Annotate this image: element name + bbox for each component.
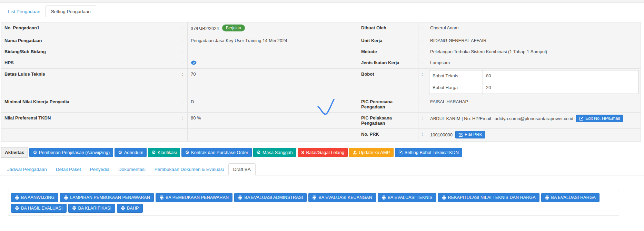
status-badge: Berjalan <box>222 25 245 31</box>
value-minimal-nilai-kinerja: D <box>188 96 358 113</box>
colon: : <box>179 46 188 57</box>
print-icon <box>15 195 19 200</box>
tab-jadwal-pengadaan[interactable]: Jadwal Pengadaan <box>3 164 51 175</box>
label-pic-pelaksana: PIC Pelaksana Pengadaan <box>358 113 418 129</box>
bahp-print-button[interactable]: BAHP <box>117 204 142 213</box>
print-icon <box>312 195 317 200</box>
masa-sanggah-button[interactable]: ⚙Masa Sanggah <box>253 148 296 157</box>
button-label: Setting Bobot Teknis/TKDN <box>405 150 459 155</box>
tab-dokumentasi[interactable]: Dokumentasi <box>114 164 150 175</box>
button-label: Update ke AMP <box>359 150 390 155</box>
ba-evaluasi-teknis-print-button[interactable]: BA EVALUASI TEKNIS <box>378 193 436 202</box>
colon: : <box>179 96 188 113</box>
button-label: Pemberian Penjelasan (Aanwijzing) <box>39 150 110 155</box>
colon: : <box>418 129 427 142</box>
button-label: Batal/Gagal Lelang <box>306 150 345 155</box>
print-icon <box>159 195 164 200</box>
gears-icon: ⚙ <box>257 150 261 155</box>
secondary-tab-bar: Jadwal Pengadaan Detail Paket Penyedia D… <box>0 164 644 175</box>
edit-hp-email-button[interactable]: Edit No. HP/Email <box>576 115 623 122</box>
tab-penyedia[interactable]: Penyedia <box>86 164 114 175</box>
setting-bobot-button[interactable]: Setting Bobot Teknis/TKDN <box>395 148 462 157</box>
procurement-setting-page: { "primary_tabs": { "items": ["List Peng… <box>0 0 644 231</box>
button-label: LAMPIRAN PEMBUKAAN PENAWARAN <box>70 195 150 200</box>
edit-prk-label: Edit PRK <box>465 132 482 137</box>
klarifikasi-button[interactable]: ⚙Klarifikasi <box>148 148 180 157</box>
label-pic-perencana: PIC Perencana Pengadaan <box>358 96 418 113</box>
label-no-prk: No. PRK <box>358 129 418 142</box>
value-nama-pengadaan: Pengadaan Jasa Key User Training 14 Mei … <box>188 35 358 46</box>
pic-pelaksana-text: ABDUL KARIM | No. HP/Email : adidya.sumo… <box>430 116 573 121</box>
ba-pembukaan-print-button[interactable]: BA PEMBUKAAN PENAWARAN <box>156 193 232 202</box>
tab-pembukaan-dokumen[interactable]: Pembukaan Dokumen & Evaluasi <box>150 164 228 175</box>
bobot-teknis-label: Bobot Teknis <box>429 70 483 82</box>
colon: : <box>418 22 427 35</box>
value-hps <box>188 57 358 69</box>
table-row: Minimal Nilai Kinerja Penyedia : D PIC P… <box>1 96 641 113</box>
gears-icon: ⚙ <box>33 150 37 155</box>
colon: : <box>179 35 188 46</box>
ba-evaluasi-keuangan-print-button[interactable]: BA EVALUASI KEUANGAN <box>308 193 376 202</box>
kontrak-po-button[interactable]: ⚙Kontrak dan Purchase Order <box>181 148 251 157</box>
colon: : <box>418 35 427 46</box>
label-dibuat-oleh: Dibuat Oleh <box>358 22 418 35</box>
button-label: BA EVALUASI ADMINSTRASI <box>244 195 303 200</box>
label-bobot: Bobot <box>358 69 418 96</box>
button-label: BA HASIL EVALUASI <box>21 206 63 211</box>
gears-icon: ⚙ <box>151 150 156 155</box>
bobot-harga-value: 20 <box>483 82 638 94</box>
edit-prk-button[interactable]: Edit PRK <box>455 131 485 138</box>
colon-empty <box>179 129 188 142</box>
tab-detail-paket[interactable]: Detail Paket <box>51 164 86 175</box>
table-row: Batas Lulus Teknis : 70 Bobot : Bobot Te… <box>1 69 641 96</box>
ba-evaluasi-adminstrasi-print-button[interactable]: BA EVALUASI ADMINSTRASI <box>234 193 307 202</box>
bobot-teknis-value: 80 <box>483 70 638 82</box>
value-pic-perencana: FAISAL HARAHAP <box>427 96 641 113</box>
print-icon <box>15 206 19 211</box>
bobot-harga-label: Bobot Harga <box>429 82 483 94</box>
no-prk-text: 100100000 <box>430 132 453 137</box>
table-row: Nama Pengadaan : Pengadaan Jasa Key User… <box>1 35 641 46</box>
label-nama-pengadaan: Nama Pengadaan <box>1 35 179 46</box>
update-amp-button[interactable]: Update ke AMP <box>349 148 393 157</box>
ba-aanwijzing-print-button[interactable]: BA AANWIJZING <box>11 193 58 202</box>
x-icon: ✖ <box>301 151 305 155</box>
primary-tab-bar: List Pengadaan Setting Pengadaan <box>3 6 644 17</box>
colon: : <box>179 22 188 35</box>
rekapitulasi-print-button[interactable]: REKAPITULASI NILAI TEKNIS DAN HARGA <box>438 193 539 202</box>
tab-draft-ba[interactable]: Draft BA <box>228 163 256 175</box>
lampiran-pembukaan-print-button[interactable]: LAMPIRAN PEMBUKAAN PENAWARAN <box>60 193 154 202</box>
tab-setting-pengadaan[interactable]: Setting Pengadaan <box>46 6 96 17</box>
print-icon <box>545 195 549 200</box>
label-metode: Metode <box>358 46 418 57</box>
colon: : <box>418 57 427 69</box>
value-metode: Pelelangan Terbuka Sistem Kombinasi (1 T… <box>427 46 641 57</box>
value-empty <box>188 129 358 142</box>
button-label: BA EVALUASI KEUANGAN <box>318 195 372 200</box>
button-label: BA EVALUASI HARGA <box>551 195 596 200</box>
label-batas-lulus-teknis: Batas Lulus Teknis <box>1 69 179 96</box>
aanwijzing-button[interactable]: ⚙Pemberian Penjelasan (Aanwijzing) <box>29 148 113 157</box>
table-row: Nilai Preferensi TKDN : 80 % PIC Pelaksa… <box>1 113 641 129</box>
label-bidang: Bidang/Sub Bidang <box>1 46 179 57</box>
button-label: Klarifikasi <box>158 150 177 155</box>
button-label: Kontrak dan Purchase Order <box>191 150 248 155</box>
ba-hasil-evaluasi-print-button[interactable]: BA HASIL EVALUASI <box>11 204 67 213</box>
button-label: BAHP <box>127 206 139 211</box>
ba-evaluasi-harga-print-button[interactable]: BA EVALUASI HARGA <box>541 193 600 202</box>
ba-klarifikasi-print-button[interactable]: BA KLARIFIKASI <box>68 204 116 213</box>
aktivitas-bar: Aktivitas ⚙Pemberian Penjelasan (Aanwijz… <box>1 147 644 158</box>
print-icon <box>64 195 68 200</box>
value-bobot: Bobot Teknis 80 Bobot Harga 20 <box>427 69 641 96</box>
adendum-button[interactable]: ⚙Adendum <box>115 148 147 157</box>
value-nilai-preferensi-tkdn: 80 % <box>188 113 358 129</box>
tab-list-pengadaan[interactable]: List Pengadaan <box>3 6 46 17</box>
label-jenis-ikatan-kerja: Jenis Ikatan Kerja <box>358 57 418 69</box>
button-label: BA AANWIJZING <box>21 195 55 200</box>
batal-lelang-button[interactable]: ✖Batal/Gagal Lelang <box>298 148 348 157</box>
value-pic-pelaksana: ABDUL KARIM | No. HP/Email : adidya.sumo… <box>427 113 641 129</box>
colon: : <box>179 113 188 129</box>
eye-icon[interactable] <box>191 60 197 65</box>
colon: : <box>418 113 427 129</box>
colon: : <box>418 69 427 96</box>
